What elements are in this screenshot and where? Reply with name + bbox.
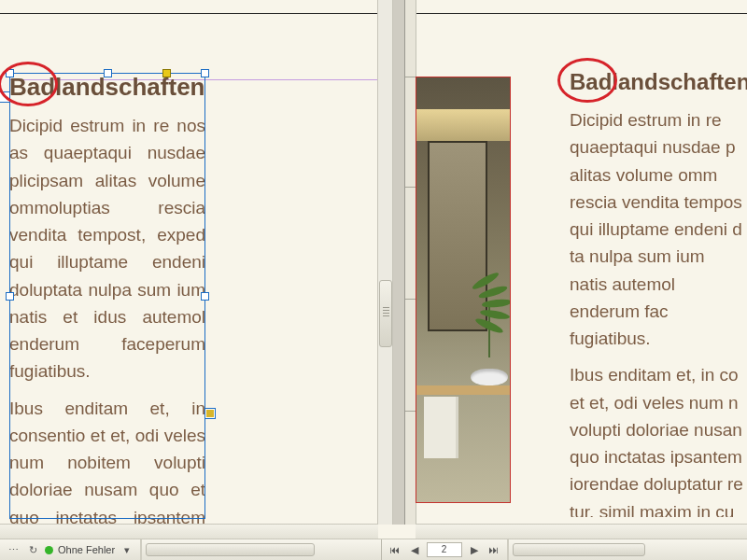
flyout-icon[interactable]: ⋯	[6, 542, 21, 557]
spine-shadow	[392, 0, 405, 525]
hscroll-thumb[interactable]	[146, 543, 315, 556]
horizontal-scrollbar-right[interactable]	[416, 524, 747, 539]
page-number-field[interactable]: 2	[427, 542, 462, 557]
horizontal-scroll-region-right[interactable]	[508, 539, 747, 560]
horizontal-scrollbar-left[interactable]	[0, 524, 378, 539]
status-left-segment: ⋯ ↻ Ohne Fehler ▾	[0, 539, 141, 560]
status-bar: ⋯ ↻ Ohne Fehler ▾ ⏮ ◀ 2 ▶ ⏭	[0, 539, 747, 560]
text-out-port[interactable]	[204, 408, 216, 419]
paragraph: Dicipid estrum in re nos as quaeptaqui n…	[9, 112, 205, 385]
preflight-ok-icon	[45, 546, 53, 554]
resize-handle-tm[interactable]	[104, 69, 112, 77]
nav-prev-button[interactable]: ◀	[407, 542, 422, 557]
vertical-scrollbar-thumb[interactable]	[379, 280, 392, 347]
page-nav: ⏮ ◀ 2 ▶ ⏭	[382, 539, 508, 560]
preflight-menu-icon[interactable]: ▾	[120, 542, 134, 557]
preflight-status-text: Ohne Fehler	[58, 544, 115, 555]
nav-last-button[interactable]: ⏭	[486, 542, 501, 557]
vertical-scrollbar[interactable]	[377, 0, 393, 525]
anchor-indicator[interactable]	[162, 69, 171, 77]
page-top-rule-right	[416, 13, 747, 14]
indesign-workspace: Badlandschaften Dicipid estrum in re nos…	[0, 0, 747, 560]
resize-handle-tl[interactable]	[6, 69, 14, 77]
body-text-left: Dicipid estrum in re nos as quaeptaqui n…	[9, 112, 205, 558]
resize-handle-ml[interactable]	[6, 292, 14, 301]
horizontal-scroll-region-left[interactable]	[141, 539, 380, 560]
paragraph: Ibus enditam et, in co et et, odi veles …	[570, 361, 747, 517]
placed-image-bathroom	[416, 77, 510, 502]
body-text-right: Dicipid estrum in re quaeptaqui nusdae p…	[570, 106, 747, 517]
sync-icon[interactable]: ↻	[25, 542, 40, 557]
nav-first-button[interactable]: ⏮	[388, 542, 402, 557]
heading-right: Badlandschaften	[570, 69, 747, 93]
text-frame-left[interactable]: Badlandschaften Dicipid estrum in re nos…	[9, 73, 205, 519]
text-frame-right[interactable]: Badlandschaften Dicipid estrum in re qua…	[570, 69, 747, 517]
page-top-rule-left	[0, 13, 378, 14]
resize-handle-tr[interactable]	[201, 69, 209, 77]
hscroll-thumb[interactable]	[513, 543, 645, 556]
text-in-port[interactable]	[0, 91, 10, 103]
nav-next-button[interactable]: ▶	[467, 542, 482, 557]
paragraph: Dicipid estrum in re quaeptaqui nusdae p…	[570, 106, 747, 352]
resize-handle-mr[interactable]	[201, 292, 209, 301]
image-frame[interactable]	[416, 77, 511, 503]
